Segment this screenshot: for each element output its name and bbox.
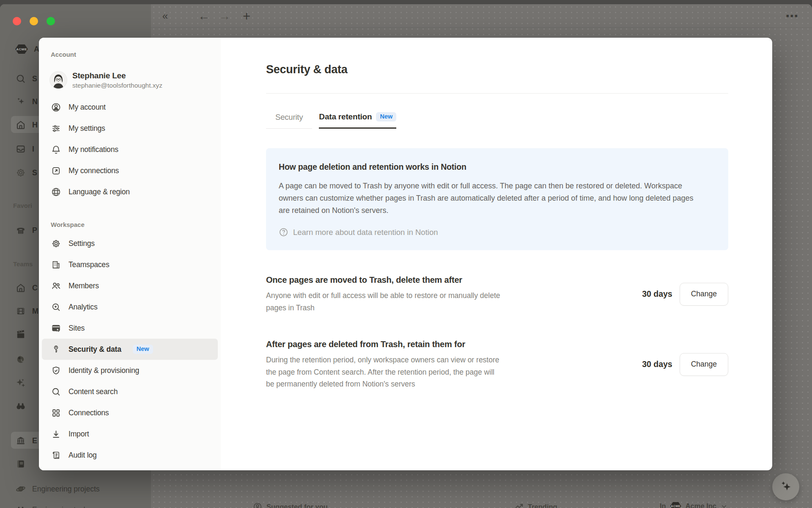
shell-icon: [15, 354, 26, 365]
sidebar-item-my-notifications[interactable]: My notifications: [42, 139, 218, 160]
info-callout: How page deletion and retention works in…: [266, 148, 728, 250]
acme-logo-icon: ACME: [670, 502, 681, 508]
sidebar-item-sites[interactable]: Sites: [42, 318, 218, 339]
tab-bar: SecurityData retentionNew: [266, 112, 728, 129]
sidebar-item-analytics[interactable]: Analytics: [42, 296, 218, 318]
sidebar-item-label: Settings: [69, 239, 95, 248]
avatar: [50, 72, 67, 88]
background-sidebar-item[interactable]: [15, 458, 26, 469]
scroll-icon: [51, 450, 61, 461]
more-options-icon[interactable]: ⋯: [783, 4, 800, 28]
background-sidebar-item[interactable]: H: [15, 119, 38, 130]
gear-icon: [15, 167, 26, 178]
tab-security[interactable]: Security: [266, 112, 312, 129]
sidebar-item-teamspaces[interactable]: Teamspaces: [42, 254, 218, 275]
background-sidebar-item[interactable]: [15, 329, 26, 340]
sidebar-item-identity-provisioning[interactable]: Identity & provisioning: [42, 360, 218, 381]
suggested-label: Suggested for you: [266, 503, 328, 508]
page-title: Security & data: [266, 62, 728, 77]
trending-tab[interactable]: Trending: [514, 502, 557, 508]
download-icon: [51, 429, 61, 439]
sidebar-item-settings[interactable]: Settings: [42, 233, 218, 254]
learn-more-link[interactable]: Learn more about data retention in Notio…: [279, 227, 716, 237]
traffic-minimize-button[interactable]: [30, 17, 38, 25]
setting-heading: Once pages are moved to Trash, delete th…: [266, 274, 642, 286]
settings-sidebar: Account Stephanie Lee stephanie@toolsfor…: [39, 38, 221, 470]
user-profile[interactable]: Stephanie Lee stephanie@toolsforthought.…: [50, 67, 214, 93]
sparkles-icon: [15, 377, 26, 388]
background-sidebar-item[interactable]: S: [15, 167, 37, 178]
background-sidebar-item[interactable]: P: [15, 225, 37, 236]
traffic-zoom-button[interactable]: [47, 17, 55, 25]
binoculars-icon: [15, 400, 26, 411]
suggested-for-you-tab[interactable]: Suggested for you: [253, 502, 328, 508]
new-badge: New: [376, 112, 396, 121]
tab-data-retention[interactable]: Data retentionNew: [319, 112, 396, 129]
sidebar-item-label: Connections: [69, 409, 109, 417]
background-sidebar-item[interactable]: [15, 377, 26, 388]
background-sidebar-item[interactable]: N: [15, 96, 38, 107]
settings-rows: Once pages are moved to Trash, delete th…: [266, 274, 728, 390]
sidebar-item-label: My connections: [69, 166, 119, 175]
change-button[interactable]: Change: [680, 283, 728, 306]
shield-check-icon: [51, 365, 61, 376]
sidebar-item-my-settings[interactable]: My settings: [42, 118, 218, 139]
background-sidebar-item[interactable]: Engineering projects: [15, 483, 100, 494]
background-sidebar-item[interactable]: M: [15, 306, 38, 317]
sliders-icon: [51, 123, 61, 134]
sidebar-item-my-account[interactable]: My account: [42, 97, 218, 118]
ai-sparkle-icon: [15, 96, 26, 107]
background-sidebar-item[interactable]: E: [15, 435, 37, 446]
person-circle-icon: [253, 502, 262, 508]
back-icon[interactable]: ←: [197, 4, 211, 28]
chevron-down-icon: [721, 503, 727, 508]
sidebar-item-my-connections[interactable]: My connections: [42, 160, 218, 181]
workspace-filter[interactable]: In ACME Acme Inc: [660, 502, 727, 508]
help-icon: [279, 227, 288, 237]
sidebar-item-language-region[interactable]: Language & region: [42, 181, 218, 202]
background-item-label: H: [32, 121, 38, 130]
background-sidebar-item[interactable]: S: [15, 73, 37, 84]
sidebar-collapse-icon[interactable]: «: [157, 4, 172, 28]
notion-ai-button[interactable]: [772, 473, 799, 500]
background-sidebar-item[interactable]: [15, 400, 26, 411]
setting-text: After pages are deleted from Trash, reta…: [266, 339, 642, 390]
sidebar-item-content-search[interactable]: Content search: [42, 381, 218, 402]
sidebar-item-label: Sites: [69, 324, 85, 333]
background-item-label: I: [32, 145, 34, 154]
background-item-label: M: [32, 307, 38, 316]
search-icon: [15, 73, 26, 84]
background-page-label: Engineering tasks: [32, 505, 91, 508]
sidebar-item-label: My notifications: [69, 145, 118, 154]
background-sidebar-item[interactable]: I: [15, 144, 34, 155]
sidebar-item-import[interactable]: Import: [42, 423, 218, 444]
workspace-menu: SettingsTeamspacesMembersAnalyticsSitesS…: [39, 233, 221, 466]
sidebar-item-security-data[interactable]: Security & dataNew: [42, 339, 218, 360]
sidebar-item-members[interactable]: Members: [42, 275, 218, 296]
tab-label: Security: [275, 113, 303, 122]
tab-label: Data retention: [319, 112, 372, 121]
background-sidebar-item[interactable]: Engineering tasks: [15, 504, 91, 508]
people-icon: [51, 281, 61, 291]
background-sidebar-item[interactable]: C: [15, 282, 38, 293]
traffic-close-button[interactable]: [13, 17, 21, 25]
background-item-label: N: [32, 97, 38, 106]
background-sidebar-item[interactable]: [15, 354, 26, 365]
sidebar-item-connections[interactable]: Connections: [42, 402, 218, 423]
sidebar-item-label: Content search: [69, 387, 118, 396]
sidebar-item-label: Members: [69, 282, 99, 290]
change-button[interactable]: Change: [680, 353, 728, 376]
new-tab-icon[interactable]: +: [239, 4, 254, 28]
background-sidebar-item[interactable]: ACMEA: [15, 44, 39, 54]
callout-body: A page can be moved to Trash by anyone w…: [279, 180, 706, 217]
sidebar-item-audit-log[interactable]: Audit log: [42, 444, 218, 466]
person-circle-icon: [51, 102, 61, 113]
background-page-label: Engineering projects: [32, 485, 100, 494]
setting-row: Once pages are moved to Trash, delete th…: [266, 274, 728, 314]
sidebar-item-label: Analytics: [69, 303, 97, 312]
setting-text: Once pages are moved to Trash, delete th…: [266, 274, 642, 314]
forward-icon[interactable]: →: [217, 4, 232, 28]
clapper-icon: [15, 329, 26, 340]
background-item-label: E: [32, 436, 37, 445]
setting-description: Anyone with edit or full access will be …: [266, 290, 513, 314]
